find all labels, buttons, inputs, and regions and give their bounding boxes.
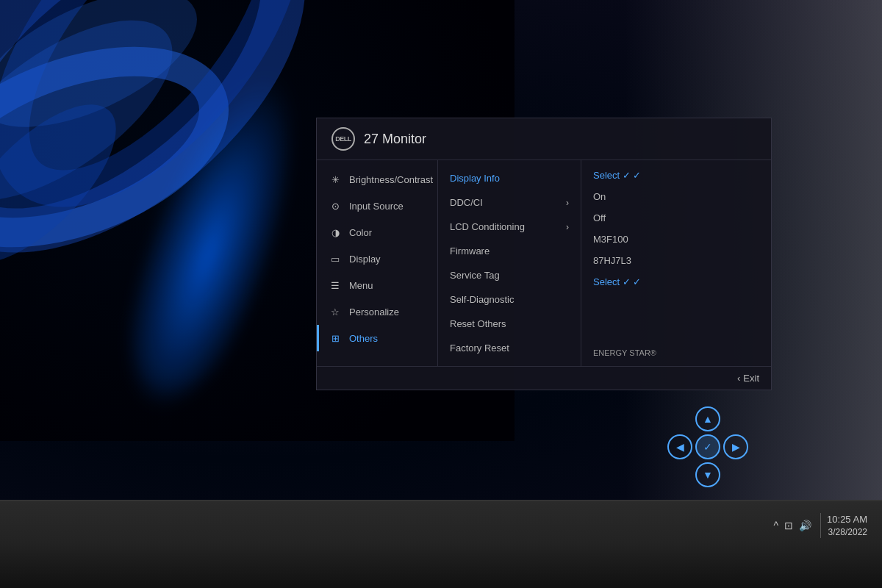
value-select: Select ✓ <box>593 166 759 184</box>
sidebar-item-personalize-label: Personalize <box>349 306 399 318</box>
center-item-ddc-ci[interactable]: DDC/CI › <box>438 190 581 215</box>
taskbar-time: 10:25 AM 3/28/2022 <box>820 513 867 539</box>
exit-button[interactable]: ‹ Exit <box>737 373 759 384</box>
taskbar-icons: ^ ⊡ 🔊 <box>773 520 811 531</box>
taskbar-clock: 10:25 AM <box>827 513 867 526</box>
sidebar-item-brightness-label: Brightness/Contrast <box>349 174 433 185</box>
center-item-factory-reset-label: Factory Reset <box>450 343 509 354</box>
center-item-service-tag[interactable]: Service Tag <box>438 263 581 287</box>
center-item-lcd-conditioning-label: LCD Conditioning <box>450 221 525 232</box>
center-item-lcd-conditioning[interactable]: LCD Conditioning › <box>438 215 581 239</box>
center-item-ddc-ci-label: DDC/CI <box>450 197 483 208</box>
nav-up-button[interactable]: ▲ <box>695 406 720 431</box>
center-item-reset-others-label: Reset Others <box>450 318 506 329</box>
exit-label: Exit <box>743 373 759 384</box>
value-on: On <box>593 187 759 206</box>
nav-controls: ▲ ◀ ✓ ▶ ▼ <box>667 406 750 489</box>
nav-down-button[interactable]: ▼ <box>695 462 720 487</box>
monitor-bezel-bottom <box>0 544 882 588</box>
sidebar-item-menu-label: Menu <box>349 280 373 291</box>
nav-empty-bottom-right <box>723 462 748 487</box>
taskbar-monitor-icon[interactable]: ⊡ <box>784 520 793 531</box>
value-firmware-version-label: M3F100 <box>593 234 628 245</box>
center-item-self-diagnostic-label: Self-Diagnostic <box>450 294 514 305</box>
chevron-left-icon: ‹ <box>737 373 740 384</box>
sidebar-item-others[interactable]: ⊞ Others <box>317 325 437 351</box>
nav-right-button[interactable]: ▶ <box>723 434 748 459</box>
sun-icon: ✳ <box>329 173 342 186</box>
dell-logo: DELL <box>331 127 355 151</box>
nav-empty-top-right <box>723 406 748 431</box>
value-off: Off <box>593 209 759 227</box>
star-icon: ☆ <box>329 305 342 318</box>
center-item-reset-others[interactable]: Reset Others <box>438 312 581 336</box>
center-item-display-info-label: Display Info <box>450 173 500 184</box>
value-select-label: Select <box>593 170 620 181</box>
value-service-tag-number-label: 87HJ7L3 <box>593 255 631 266</box>
center-item-display-info[interactable]: Display Info <box>438 166 581 190</box>
osd-sidebar: ✳ Brightness/Contrast ⊙ Input Source ◑ C… <box>317 160 438 366</box>
osd-header: DELL 27 Monitor <box>317 118 771 160</box>
sidebar-item-personalize[interactable]: ☆ Personalize <box>317 298 437 325</box>
sidebar-item-menu[interactable]: ☰ Menu <box>317 272 437 298</box>
taskbar: ^ ⊡ 🔊 10:25 AM 3/28/2022 <box>0 511 882 540</box>
osd-menu: DELL 27 Monitor ✳ Brightness/Contrast ⊙ … <box>316 118 772 390</box>
center-item-firmware-label: Firmware <box>450 245 490 257</box>
sidebar-item-brightness[interactable]: ✳ Brightness/Contrast <box>317 166 437 193</box>
check-icon-2: ✓ <box>620 276 631 287</box>
display-icon: ▭ <box>329 252 342 265</box>
energy-star-badge: ENERGY STAR® <box>593 343 759 360</box>
sidebar-item-input-label: Input Source <box>349 201 404 212</box>
nav-left-button[interactable]: ◀ <box>667 434 692 459</box>
value-firmware-version: M3F100 <box>593 230 759 248</box>
value-on-label: On <box>593 191 606 202</box>
chevron-right-icon-2: › <box>566 222 569 232</box>
color-icon: ◑ <box>329 226 342 239</box>
sidebar-item-input[interactable]: ⊙ Input Source <box>317 193 437 219</box>
value-off-label: Off <box>593 212 606 223</box>
osd-center-menu: Display Info DDC/CI › LCD Conditioning ›… <box>438 160 581 366</box>
sidebar-item-others-label: Others <box>349 333 378 344</box>
taskbar-date: 3/28/2022 <box>827 526 867 539</box>
center-item-factory-reset[interactable]: Factory Reset <box>438 336 581 360</box>
chevron-right-icon: › <box>566 198 569 208</box>
taskbar-volume-icon[interactable]: 🔊 <box>799 520 811 531</box>
sidebar-item-display[interactable]: ▭ Display <box>317 245 437 272</box>
nav-empty-bottom-left <box>667 462 692 487</box>
value-select-2: Select ✓ <box>593 273 759 291</box>
nav-empty-top-left <box>667 406 692 431</box>
value-select-2-label: Select <box>593 276 620 287</box>
menu-icon: ☰ <box>329 279 342 292</box>
osd-footer: ‹ Exit <box>317 366 771 390</box>
taskbar-chevron-icon[interactable]: ^ <box>773 520 778 531</box>
value-service-tag-number: 87HJ7L3 <box>593 251 759 270</box>
others-icon: ⊞ <box>329 331 342 345</box>
sidebar-item-display-label: Display <box>349 254 381 265</box>
sidebar-item-color-label: Color <box>349 227 372 238</box>
osd-values-panel: Select ✓ On Off M3F100 87HJ7L3 Select ✓ <box>581 160 771 366</box>
check-icon: ✓ <box>620 170 631 181</box>
center-item-service-tag-label: Service Tag <box>450 270 500 281</box>
input-icon: ⊙ <box>329 199 342 212</box>
osd-body: ✳ Brightness/Contrast ⊙ Input Source ◑ C… <box>317 160 771 366</box>
center-item-self-diagnostic[interactable]: Self-Diagnostic <box>438 287 581 312</box>
center-item-firmware[interactable]: Firmware <box>438 239 581 263</box>
osd-title: 27 Monitor <box>364 132 426 147</box>
sidebar-item-color[interactable]: ◑ Color <box>317 219 437 245</box>
nav-center-button[interactable]: ✓ <box>695 434 720 459</box>
